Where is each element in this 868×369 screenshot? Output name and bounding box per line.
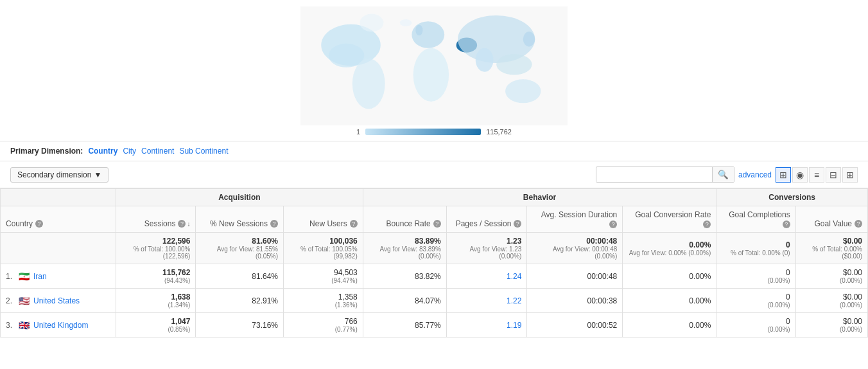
svg-point-14 [476,48,494,72]
row-goal-conv-rate-2: 0.00% [623,313,716,338]
group-empty [1,189,116,206]
col-avg-session-duration-label: Avg. Session Duration [541,210,618,219]
col-sessions-label: Sessions [144,219,176,228]
table-row: 1. 🇮🇷 Iran 115,762 (94.43%) 81.64% 94,50… [1,264,868,289]
world-map: 1 115,762 [0,0,868,141]
col-pct-new-sessions[interactable]: % New Sessions ? [196,206,284,233]
totals-bounce-rate: 83.89% Avg for View: 83.89% (0.00%) [363,233,446,264]
col-goal-conv-rate[interactable]: Goal Conversion Rate ? [623,206,716,233]
row-goal-conv-rate-1: 0.00% [623,289,716,313]
row-goal-value-1: $0.00 (0.00%) [795,289,867,313]
totals-goal-completions-sub: % of Total: 0.00% (0) [722,249,790,256]
row-new-users-0: 94,503 (94.47%) [283,264,363,289]
group-behavior: Behavior [363,189,716,206]
svg-point-13 [415,25,422,36]
row-avg-session-duration-1: 00:00:38 [527,289,623,313]
row-bounce-rate-0: 83.82% [363,264,446,289]
country-link-0[interactable]: Iran [33,272,47,281]
svg-point-9 [496,54,532,75]
flag-icon-2: 🇬🇧 [19,320,30,330]
table-row: 2. 🇺🇸 United States 1,638 (1.34%) 82.91%… [1,289,868,313]
table-row: 3. 🇬🇧 United Kingdom 1,047 (0.85%) 73.16… [1,313,868,338]
col-country[interactable]: Country ? [1,206,116,233]
svg-point-11 [523,32,535,46]
pages-per-session-help-icon[interactable]: ? [514,220,521,228]
advanced-link[interactable]: advanced [738,170,772,179]
pct-new-sessions-help-icon[interactable]: ? [270,220,278,228]
totals-pages-per-session-sub: Avg for View: 1.23 (0.00%) [452,246,522,260]
totals-goal-completions: 0 % of Total: 0.00% (0) [716,233,795,264]
row-goal-value-0: $0.00 (0.00%) [795,264,867,289]
country-help-icon[interactable]: ? [35,220,43,228]
svg-point-5 [412,21,444,48]
legend-max: 115,762 [486,128,512,136]
col-header-row: Country ? Sessions ? ↓ % New Sessions ? [1,206,868,233]
svg-point-6 [413,48,449,102]
goal-value-help-icon[interactable]: ? [855,220,862,228]
search-icon: 🔍 [718,170,729,179]
row-country-0: 1. 🇮🇷 Iran [1,264,116,289]
dim-sub-continent[interactable]: Sub Continent [179,147,228,156]
sessions-help-icon[interactable]: ? [178,220,186,228]
svg-point-4 [352,59,385,109]
totals-goal-value-sub: % of Total: 0.00% ($0.00) [801,246,862,260]
country-link-1[interactable]: United States [33,296,80,305]
dim-country[interactable]: Country [88,147,117,156]
row-sessions-0: 115,762 (94.43%) [116,264,196,289]
col-avg-session-duration[interactable]: Avg. Session Duration ? [527,206,623,233]
secondary-dim-dropdown[interactable]: Secondary dimension ▼ [10,167,108,183]
totals-goal-value: $0.00 % of Total: 0.00% ($0.00) [795,233,867,264]
col-new-users[interactable]: New Users ? [283,206,363,233]
row-country-2: 3. 🇬🇧 United Kingdom [1,313,116,338]
col-goal-value[interactable]: Goal Value ? [795,206,867,233]
totals-goal-conv-rate-sub: Avg for View: 0.00% (0.00%) [628,249,711,256]
sessions-sort-arrow: ↓ [187,221,190,228]
row-rank-1: 2. [6,296,12,305]
svg-point-3 [360,14,383,32]
row-goal-value-2: $0.00 (0.00%) [795,313,867,338]
col-sessions[interactable]: Sessions ? ↓ [116,206,196,233]
totals-sessions-sub: % of Total: 100.00% (122,596) [121,246,190,260]
secondary-dim-label: Secondary dimension [17,170,91,179]
col-goal-completions[interactable]: Goal Completions ? [716,206,795,233]
row-pages-per-session-2: 1.19 [446,313,527,338]
totals-new-users-sub: % of Total: 100.05% (99,982) [289,246,358,260]
bounce-rate-help-icon[interactable]: ? [433,220,441,228]
row-pages-per-session-1: 1.22 [446,289,527,313]
row-pct-new-sessions-1: 82.91% [196,289,284,313]
view-icon-pivot[interactable]: ⊞ [842,167,858,183]
country-link-2[interactable]: United Kingdom [33,321,88,330]
row-goal-completions-1: 0 (0.00%) [716,289,795,313]
totals-pages-per-session: 1.23 Avg for View: 1.23 (0.00%) [446,233,527,264]
new-users-help-icon[interactable]: ? [350,220,358,228]
dim-continent[interactable]: Continent [141,147,174,156]
view-icon-data[interactable]: ⊞ [776,167,791,183]
col-bounce-rate-label: Bounce Rate [386,219,430,228]
primary-dimension-label: Primary Dimension: [10,147,83,156]
avg-session-duration-help-icon[interactable]: ? [609,221,617,228]
row-bounce-rate-1: 84.07% [363,289,446,313]
view-icon-performance[interactable]: ≡ [809,167,824,183]
svg-point-10 [505,79,541,103]
totals-sessions: 122,596 % of Total: 100.00% (122,596) [116,233,196,264]
col-country-label: Country [6,219,33,228]
totals-goal-conv-rate: 0.00% Avg for View: 0.00% (0.00%) [623,233,716,264]
search-button[interactable]: 🔍 [712,167,734,182]
col-bounce-rate[interactable]: Bounce Rate ? [363,206,446,233]
row-avg-session-duration-0: 00:00:48 [527,264,623,289]
col-pages-per-session[interactable]: Pages / Session ? [446,206,527,233]
flag-icon-1: 🇺🇸 [19,296,30,306]
row-pct-new-sessions-0: 81.64% [196,264,284,289]
view-icon-comparison[interactable]: ⊟ [826,167,841,183]
svg-point-12 [400,19,412,26]
row-sessions-2: 1,047 (0.85%) [116,313,196,338]
dim-city[interactable]: City [123,147,136,156]
row-avg-session-duration-2: 00:00:52 [527,313,623,338]
totals-new-users: 100,036 % of Total: 100.05% (99,982) [283,233,363,264]
goal-conv-rate-help-icon[interactable]: ? [703,221,711,228]
goal-completions-help-icon[interactable]: ? [783,221,790,228]
row-country-1: 2. 🇺🇸 United States [1,289,116,313]
col-new-users-label: New Users [309,219,347,228]
view-icon-pie[interactable]: ◉ [792,167,808,183]
search-input[interactable] [596,168,712,182]
